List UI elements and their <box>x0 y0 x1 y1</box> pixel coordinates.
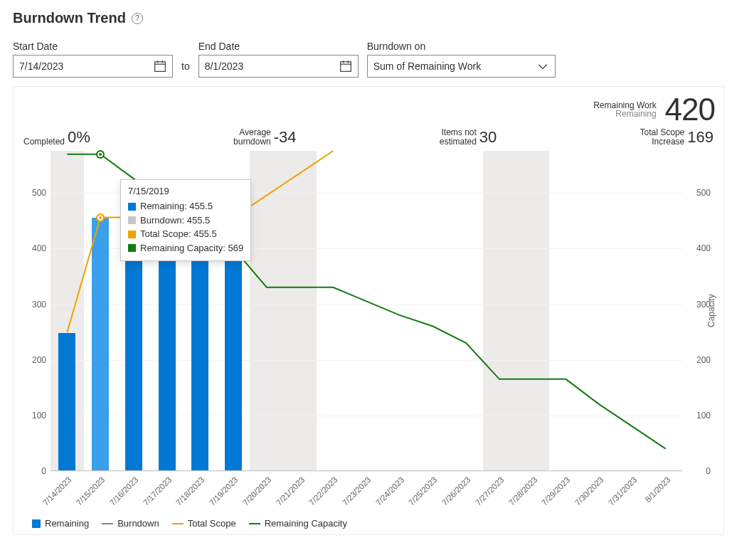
kpi-scope-l2: Increase <box>652 137 684 147</box>
kpi-avg-l2: burndown <box>233 137 271 147</box>
y2-title: Capacity <box>706 151 716 471</box>
controls-row: Start Date 7/14/2023 to End Date 8/1/202… <box>13 41 724 78</box>
tooltip-row: Burndown: 455.5 <box>128 213 243 228</box>
kpi-scope-value: 169 <box>687 128 714 147</box>
x-tick-label: 7/21/2023 <box>274 475 306 507</box>
to-text: to <box>181 60 190 78</box>
plot-wrap: 0100200300400500 0100200300400500 Capaci… <box>22 151 715 514</box>
tooltip-row: Remaining: 455.5 <box>128 199 243 213</box>
x-tick-label: 7/22/2023 <box>307 475 339 507</box>
square-icon <box>128 216 136 224</box>
y-left-tick: 300 <box>32 300 46 310</box>
chart-card: Remaining Work Remaining 420 Completed 0… <box>13 86 724 535</box>
legend-remaining-capacity-label: Remaining Capacity <box>265 518 347 529</box>
x-tick-label: 7/29/2023 <box>540 475 572 507</box>
plot-area[interactable]: 7/15/2019 Remaining: 455.5Burndown: 455.… <box>51 151 682 471</box>
page-title: Burndown Trend <box>13 10 126 26</box>
kpi-remaining-work-l2: Remaining <box>593 110 656 118</box>
calendar-icon[interactable] <box>154 60 166 73</box>
legend-remaining-label: Remaining <box>45 518 89 529</box>
kpi-completed: Completed 0% <box>23 128 90 147</box>
x-tick-label: 7/26/2023 <box>440 475 472 507</box>
x-tick-label: 7/24/2023 <box>374 475 406 507</box>
end-date-input[interactable]: 8/1/2023 <box>198 55 359 78</box>
kpi-avg-burndown: Average burndown -34 <box>233 128 297 147</box>
square-icon <box>128 244 136 252</box>
tooltip: 7/15/2019 Remaining: 455.5Burndown: 455.… <box>120 179 251 261</box>
tooltip-row: Remaining Capacity: 569 <box>128 241 243 255</box>
x-tick-label: 7/28/2023 <box>507 475 539 507</box>
hover-point <box>96 213 105 222</box>
y-left-tick: 200 <box>32 355 46 365</box>
x-tick-label: 7/25/2023 <box>407 475 439 507</box>
legend: Remaining Burndown Total Scope Remaining… <box>22 514 715 529</box>
x-tick-label: 7/14/2023 <box>41 475 73 507</box>
line-icon <box>249 523 260 524</box>
x-tick-label: 8/1/2023 <box>643 475 672 504</box>
tooltip-row-label: Remaining Capacity: 569 <box>140 241 243 255</box>
line-icon <box>172 523 184 524</box>
legend-total-scope[interactable]: Total Scope <box>172 518 236 529</box>
hover-point <box>96 150 105 159</box>
x-tick-label: 7/16/2023 <box>108 475 140 507</box>
x-tick-label: 7/31/2023 <box>607 475 639 507</box>
y-left-tick: 0 <box>41 466 46 476</box>
svg-rect-0 <box>155 62 166 72</box>
start-date-value: 7/14/2023 <box>19 60 63 72</box>
tooltip-title: 7/15/2019 <box>128 186 243 196</box>
help-icon[interactable]: ? <box>132 13 143 24</box>
x-tick-label: 7/30/2023 <box>573 475 605 507</box>
kpi-completed-value: 0% <box>68 128 90 147</box>
kpi-remaining-work: Remaining Work Remaining 420 <box>22 94 715 125</box>
tooltip-row-label: Remaining: 455.5 <box>140 199 213 213</box>
kpi-notest-l1: Items not <box>441 127 476 137</box>
x-axis: 7/14/20237/15/20237/16/20237/17/20237/18… <box>51 474 682 514</box>
line-icon <box>102 523 113 524</box>
square-icon <box>128 203 136 211</box>
start-date-label: Start Date <box>13 41 173 52</box>
kpi-avg-value: -34 <box>274 128 297 147</box>
x-tick-label: 7/20/2023 <box>241 475 273 507</box>
legend-remaining[interactable]: Remaining <box>32 518 89 529</box>
y-left-axis: 0100200300400500 <box>22 151 51 471</box>
kpi-completed-label: Completed <box>23 137 65 147</box>
kpi-remaining-work-value: 420 <box>665 94 715 125</box>
kpi-notest-value: 30 <box>479 128 497 147</box>
x-tick-label: 7/15/2023 <box>75 475 107 507</box>
burndown-on-value: Sum of Remaining Work <box>373 60 481 72</box>
kpi-scope-increase: Total Scope Increase 169 <box>640 128 714 147</box>
x-tick-label: 7/18/2023 <box>174 475 206 507</box>
y-left-tick: 500 <box>32 188 46 198</box>
chevron-down-icon <box>536 60 549 73</box>
kpi-notest-l2: estimated <box>440 137 477 147</box>
legend-remaining-capacity[interactable]: Remaining Capacity <box>249 518 347 529</box>
square-icon <box>128 231 136 238</box>
kpi-not-estimated: Items not estimated 30 <box>440 128 497 147</box>
legend-burndown[interactable]: Burndown <box>102 518 159 529</box>
tooltip-row: Total Scope: 455.5 <box>128 227 243 241</box>
legend-burndown-label: Burndown <box>117 518 159 529</box>
kpi-scope-l1: Total Scope <box>640 127 685 137</box>
x-tick-label: 7/27/2023 <box>474 475 506 507</box>
tooltip-row-label: Total Scope: 455.5 <box>140 227 217 241</box>
x-tick-label: 7/17/2023 <box>141 475 173 507</box>
legend-total-scope-label: Total Scope <box>188 518 236 529</box>
end-date-value: 8/1/2023 <box>205 60 244 72</box>
y-left-tick: 400 <box>32 243 46 253</box>
square-icon <box>32 519 41 528</box>
end-date-label: End Date <box>198 41 359 52</box>
x-tick-label: 7/19/2023 <box>208 475 240 507</box>
x-tick-label: 7/23/2023 <box>341 475 373 507</box>
tooltip-row-label: Burndown: 455.5 <box>140 213 210 228</box>
burndown-on-dropdown[interactable]: Sum of Remaining Work <box>367 55 556 78</box>
kpi-avg-l1: Average <box>239 127 270 137</box>
svg-rect-4 <box>340 62 351 72</box>
calendar-icon[interactable] <box>339 60 352 73</box>
start-date-input[interactable]: 7/14/2023 <box>13 55 173 78</box>
burndown-on-label: Burndown on <box>367 41 556 52</box>
y-left-tick: 100 <box>32 411 46 421</box>
